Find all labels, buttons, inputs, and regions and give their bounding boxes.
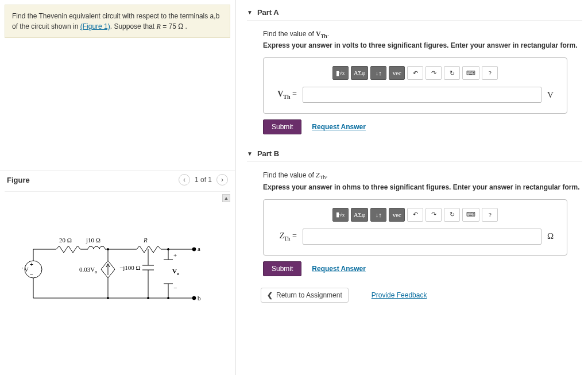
part-b-answer-box: ▮√x ΑΣφ ↓↑ vec ↶ ↷ ↻ ⌨ ? ZTh = Ω xyxy=(263,199,567,256)
tool-vector[interactable]: vec xyxy=(389,66,405,80)
tool-redo[interactable]: ↷ xyxy=(425,208,442,222)
tool-help[interactable]: ? xyxy=(482,66,498,80)
part-b-toolbar: ▮√x ΑΣφ ↓↑ vec ↶ ↷ ↻ ⌨ ? xyxy=(272,208,559,222)
svg-text:+: + xyxy=(30,261,33,268)
part-b-input[interactable] xyxy=(303,229,541,245)
figure-title: Figure xyxy=(7,176,30,184)
part-a-actions: Submit Request Answer xyxy=(263,119,582,134)
pager-next-button[interactable]: › xyxy=(216,174,228,185)
part-b-label: ZTh = xyxy=(272,231,297,242)
circuit-diagram: + − xyxy=(22,232,223,318)
tool-keyboard[interactable]: ⌨ xyxy=(462,208,479,222)
problem-var: R xyxy=(156,22,160,30)
pager-prev-button[interactable]: ‹ xyxy=(179,174,190,185)
tool-greek[interactable]: ΑΣφ xyxy=(351,208,369,222)
svg-point-6 xyxy=(192,248,196,251)
part-a-label: VTh = xyxy=(272,90,297,100)
figure-header: Figure ‹ 1 of 1 › xyxy=(0,170,235,189)
label-minus: − xyxy=(173,284,177,291)
tool-reset[interactable]: ↻ xyxy=(444,66,460,80)
part-a-submit-button[interactable]: Submit xyxy=(263,119,301,134)
return-to-assignment-button[interactable]: ❮ Return to Assignment xyxy=(261,288,349,303)
part-b: ▼ Part B Find the value of ZTh. Express … xyxy=(247,146,582,276)
label-term-b: b xyxy=(198,295,201,301)
collapse-icon: ▼ xyxy=(247,150,253,157)
label-src: 250/0° V xyxy=(22,266,29,273)
tool-template[interactable]: ▮√x xyxy=(332,66,349,80)
tool-keyboard[interactable]: ⌨ xyxy=(462,66,479,80)
tool-redo[interactable]: ↷ xyxy=(425,66,442,80)
tool-reset[interactable]: ↻ xyxy=(444,208,460,222)
label-c1: −j100 Ω xyxy=(119,264,141,271)
figure-scroll-up[interactable]: ▲ xyxy=(222,194,230,202)
part-b-prompt: Find the value of ZTh. xyxy=(263,171,582,180)
part-a-toolbar: ▮√x ΑΣφ ↓↑ vec ↶ ↷ ↻ ⌨ ? xyxy=(272,66,559,80)
part-b-submit-button[interactable]: Submit xyxy=(263,261,301,276)
label-r1: 20 Ω xyxy=(59,237,72,243)
label-term-a: a xyxy=(198,245,200,252)
label-plus: + xyxy=(173,252,177,258)
part-b-unit: Ω xyxy=(547,231,559,241)
label-l1: j10 Ω xyxy=(86,237,100,243)
part-a-answer-row: VTh = V xyxy=(272,87,559,103)
part-b-body: Find the value of ZTh. Express your answ… xyxy=(247,171,582,276)
figure-pager: ‹ 1 of 1 › xyxy=(179,174,228,185)
figure-body: ▲ + xyxy=(5,191,230,323)
part-b-actions: Submit Request Answer xyxy=(263,261,582,276)
part-a-request-answer-link[interactable]: Request Answer xyxy=(312,123,366,131)
right-pane: ▼ Part A Find the value of VTh. Express … xyxy=(241,0,588,307)
problem-text-c: = 75 Ω . xyxy=(161,22,187,30)
tool-undo[interactable]: ↶ xyxy=(407,208,423,222)
tool-greek[interactable]: ΑΣφ xyxy=(351,66,369,80)
tool-undo[interactable]: ↶ xyxy=(407,66,423,80)
chevron-left-icon: ❮ xyxy=(267,291,273,299)
tool-subscript[interactable]: ↓↑ xyxy=(370,208,386,222)
svg-text:−: − xyxy=(30,271,33,277)
tool-subscript[interactable]: ↓↑ xyxy=(370,66,386,80)
part-a-body: Find the value of VTh. Express your answ… xyxy=(247,30,582,134)
part-a-answer-box: ▮√x ΑΣφ ↓↑ vec ↶ ↷ ↻ ⌨ ? VTh = V xyxy=(263,57,567,114)
svg-point-27 xyxy=(192,296,196,300)
part-b-instructions: Express your answer in ohms to three sig… xyxy=(263,183,582,191)
svg-point-26 xyxy=(168,297,169,299)
svg-point-25 xyxy=(148,297,149,299)
label-dep: 0.03Vo xyxy=(79,266,97,275)
tool-vector[interactable]: vec xyxy=(389,208,405,222)
label-r2: R xyxy=(143,237,148,243)
part-a-input[interactable] xyxy=(303,87,541,103)
label-vo: Vo xyxy=(172,268,179,276)
part-b-request-answer-link[interactable]: Request Answer xyxy=(312,265,366,273)
part-a-prompt: Find the value of VTh. xyxy=(263,30,582,39)
part-a-header[interactable]: ▼ Part A xyxy=(247,5,582,21)
pager-text: 1 of 1 xyxy=(195,176,212,184)
problem-statement: Find the Thevenin equivalent circuit wit… xyxy=(5,5,230,38)
figure-link[interactable]: (Figure 1) xyxy=(80,22,110,30)
part-b-title: Part B xyxy=(257,149,279,158)
part-a-instructions: Express your answer in volts to three si… xyxy=(263,41,582,49)
part-a-unit: V xyxy=(547,90,559,100)
problem-text-b: . Suppose that xyxy=(110,22,157,30)
provide-feedback-link[interactable]: Provide Feedback xyxy=(372,291,427,299)
left-pane: Find the Thevenin equivalent circuit wit… xyxy=(0,0,235,375)
part-a-title: Part A xyxy=(257,8,279,17)
page-footer: ❮ Return to Assignment Provide Feedback xyxy=(261,288,582,303)
part-b-answer-row: ZTh = Ω xyxy=(272,229,559,245)
tool-template[interactable]: ▮√x xyxy=(332,208,349,222)
part-b-header[interactable]: ▼ Part B xyxy=(247,146,582,162)
tool-help[interactable]: ? xyxy=(482,208,498,222)
part-a: ▼ Part A Find the value of VTh. Express … xyxy=(247,5,582,134)
svg-point-24 xyxy=(107,297,109,299)
collapse-icon: ▼ xyxy=(247,9,253,16)
